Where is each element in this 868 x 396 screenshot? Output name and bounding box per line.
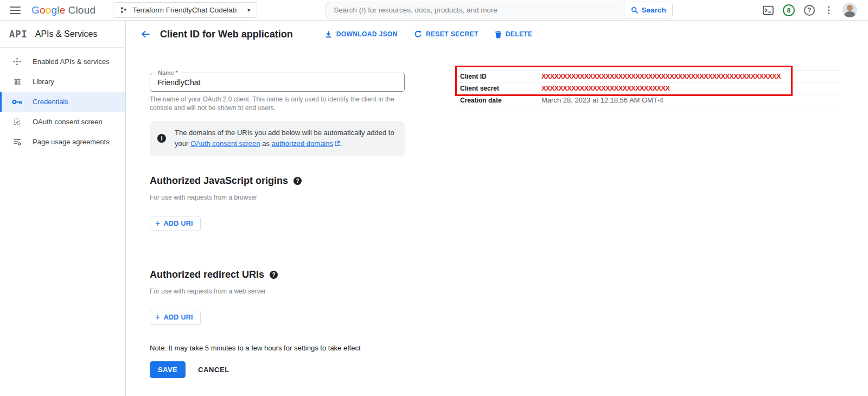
- notice-text-middle: as: [260, 139, 272, 148]
- creation-date-row: Creation date March 28, 2023 at 12:18:56…: [460, 94, 840, 106]
- name-helper-text: The name of your OAuth 2.0 client. This …: [150, 95, 400, 112]
- main-panel: Client ID for Web application DOWNLOAD J…: [126, 21, 868, 396]
- sidebar-item-credentials[interactable]: Credentials: [0, 92, 125, 112]
- sidebar-item-label: Library: [33, 78, 54, 86]
- add-uri-origins-button[interactable]: + ADD URI: [150, 216, 201, 231]
- library-icon: [12, 78, 22, 86]
- sidebar-item-library[interactable]: Library: [0, 72, 125, 92]
- delete-label: DELETE: [506, 30, 533, 38]
- content-area: Name * The name of your OAuth 2.0 client…: [126, 48, 868, 396]
- js-origins-heading: Authorized JavaScript origins ?: [150, 175, 405, 187]
- redirect-uris-help-icon[interactable]: ?: [270, 271, 278, 279]
- key-icon: [12, 99, 22, 105]
- plus-icon: +: [155, 313, 161, 322]
- reset-secret-label: RESET SECRET: [426, 30, 478, 38]
- more-options-icon[interactable]: ⋮: [824, 5, 833, 15]
- sidebar-item-oauth-consent[interactable]: OAuth consent screen: [0, 112, 125, 132]
- cancel-button[interactable]: CANCEL: [198, 366, 229, 374]
- google-cloud-logo: Google Cloud: [31, 4, 95, 16]
- info-icon: i: [157, 134, 166, 143]
- authorized-domains-link-label: authorized domains: [272, 139, 333, 148]
- domains-notice: i The domains of the URIs you add below …: [150, 121, 405, 156]
- client-id-value: XXXXXXXXXXXXXXXXXXXXXXXXXXXXXXXXXXXXXXXX…: [541, 72, 781, 80]
- oauth-consent-screen-link[interactable]: OAuth consent screen: [190, 139, 260, 148]
- sidebar-item-label: OAuth consent screen: [33, 118, 103, 126]
- creation-date-label: Creation date: [460, 97, 541, 104]
- client-id-label: Client ID: [460, 73, 541, 80]
- page-title: Client ID for Web application: [160, 29, 293, 40]
- project-selector-label: Terraform FriendlyChat Codelab: [132, 6, 237, 14]
- search-button-label: Search: [642, 6, 666, 14]
- sidebar-item-label: Page usage agreements: [33, 138, 110, 146]
- sidebar-nav: Enabled APIs & services Library Credenti…: [0, 48, 125, 152]
- sidebar-title: APIs & Services: [35, 29, 98, 39]
- sidebar-item-label: Enabled APIs & services: [33, 58, 110, 66]
- project-icon: [120, 7, 127, 14]
- js-origins-title: Authorized JavaScript origins: [150, 175, 288, 187]
- avatar-body: [844, 11, 856, 17]
- external-link-icon: [334, 140, 340, 146]
- client-secret-label: Client secret: [460, 85, 541, 92]
- add-uri-redirect-button[interactable]: + ADD URI: [150, 310, 201, 325]
- js-origins-help-icon[interactable]: ?: [293, 177, 302, 185]
- page-header: Client ID for Web application DOWNLOAD J…: [126, 21, 868, 48]
- sidebar-item-page-usage[interactable]: Page usage agreements: [0, 132, 125, 152]
- cloud-shell-icon[interactable]: [763, 5, 774, 15]
- search-button[interactable]: Search: [624, 2, 672, 18]
- download-icon: [324, 30, 333, 39]
- trash-icon: [495, 30, 502, 39]
- help-icon[interactable]: ?: [804, 5, 815, 16]
- search-input[interactable]: [326, 2, 624, 18]
- topbar-right-actions: 8 ? ⋮: [763, 3, 857, 17]
- chevron-down-icon: ▾: [242, 7, 250, 13]
- search-icon: [631, 7, 639, 14]
- enabled-apis-icon: [12, 57, 22, 66]
- sidebar: API APIs & Services Enabled APIs & servi…: [0, 21, 126, 396]
- redirect-uris-heading: Authorized redirect URIs ?: [150, 269, 405, 280]
- client-id-row: Client ID XXXXXXXXXXXXXXXXXXXXXXXXXXXXXX…: [460, 71, 840, 82]
- download-json-button[interactable]: DOWNLOAD JSON: [324, 30, 398, 39]
- reset-secret-button[interactable]: RESET SECRET: [414, 30, 478, 39]
- client-secret-row: Client secret XXXXXXXXXXXXXXXXXXXXXXXXXX…: [460, 82, 840, 94]
- client-secret-value: XXXXXXXXXXXXXXXXXXXXXXXXXXXXXX: [541, 84, 669, 92]
- sidebar-header: API APIs & Services: [0, 21, 125, 48]
- sidebar-item-label: Credentials: [33, 98, 68, 106]
- notifications-badge[interactable]: 8: [783, 4, 795, 16]
- authorized-domains-link[interactable]: authorized domains: [272, 139, 340, 148]
- back-arrow-icon[interactable]: [139, 28, 152, 41]
- google-wordmark: Google: [31, 4, 66, 16]
- oauth-consent-icon: [12, 118, 22, 126]
- refresh-icon: [414, 30, 422, 39]
- notice-text-after: .: [340, 139, 342, 148]
- redirect-uris-subtitle: For use with requests from a web server: [150, 288, 405, 295]
- creation-date-value: March 28, 2023 at 12:18:56 AM GMT-4: [541, 96, 663, 104]
- sidebar-item-enabled-apis[interactable]: Enabled APIs & services: [0, 52, 125, 72]
- add-uri-redirect-label: ADD URI: [164, 314, 193, 321]
- header-actions: DOWNLOAD JSON RESET SECRET DELETE: [324, 30, 533, 39]
- avatar[interactable]: [843, 3, 857, 17]
- avatar-head: [847, 5, 853, 11]
- menu-hamburger-icon[interactable]: [10, 7, 21, 14]
- settings-note: Note: It may take 5 minutes to a few hou…: [150, 344, 405, 352]
- redirect-uris-title: Authorized redirect URIs: [150, 269, 264, 280]
- download-json-label: DOWNLOAD JSON: [336, 30, 398, 38]
- page-usage-icon: [12, 137, 22, 146]
- add-uri-origins-label: ADD URI: [164, 220, 193, 227]
- client-form: Name * The name of your OAuth 2.0 client…: [150, 48, 405, 378]
- top-bar: Google Cloud Terraform FriendlyChat Code…: [0, 0, 868, 21]
- name-field: Name *: [150, 73, 405, 92]
- js-origins-subtitle: For use with requests from a browser: [150, 194, 405, 201]
- delete-button[interactable]: DELETE: [495, 30, 533, 39]
- cloud-wordmark: Cloud: [68, 4, 96, 16]
- api-product-logo: API: [9, 29, 28, 40]
- name-field-label: Name *: [155, 69, 181, 76]
- project-selector[interactable]: Terraform FriendlyChat Codelab ▾: [113, 2, 257, 18]
- global-search: Search: [326, 2, 673, 18]
- name-input[interactable]: [150, 78, 404, 87]
- save-button[interactable]: SAVE: [150, 361, 186, 378]
- plus-icon: +: [155, 219, 161, 228]
- client-details-table: Client ID XXXXXXXXXXXXXXXXXXXXXXXXXXXXXX…: [460, 70, 840, 106]
- form-buttons: SAVE CANCEL: [150, 361, 405, 378]
- notice-text: The domains of the URIs you add below wi…: [175, 127, 395, 149]
